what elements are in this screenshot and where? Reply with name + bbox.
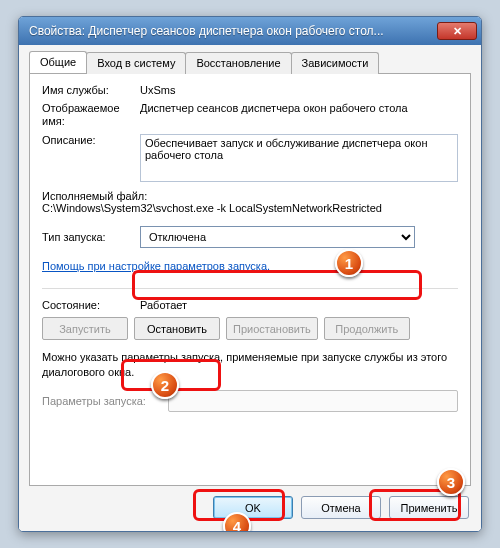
value-service-name: UxSms [140,84,458,96]
start-button: Запустить [42,317,128,340]
tab-logon[interactable]: Вход в систему [86,52,186,74]
help-link[interactable]: Помощь при настройке параметров запуска. [42,260,270,272]
tab-general[interactable]: Общие [29,51,87,73]
close-button[interactable]: ✕ [437,22,477,40]
close-icon: ✕ [453,25,462,38]
service-control-buttons: Запустить Остановить Приостановить Продо… [42,317,458,340]
description-textarea[interactable] [140,134,458,182]
resume-button: Продолжить [324,317,410,340]
label-exe-path: Исполняемый файл: [42,190,458,202]
tabpage-general: Имя службы: UxSms Отображаемое имя: Дисп… [29,73,471,486]
titlebar[interactable]: Свойства: Диспетчер сеансов диспетчера о… [19,17,481,45]
value-status: Работает [140,299,458,311]
tab-recovery[interactable]: Восстановление [185,52,291,74]
label-service-name: Имя службы: [42,84,140,96]
stop-button[interactable]: Остановить [134,317,220,340]
pause-button: Приостановить [226,317,318,340]
client-area: Общие Вход в систему Восстановление Зави… [19,45,481,486]
label-startup-type: Тип запуска: [42,231,140,243]
label-status: Состояние: [42,299,140,311]
annotation-ring-1 [132,270,422,300]
label-start-params: Параметры запуска: [42,395,168,407]
label-description: Описание: [42,134,140,146]
ok-button[interactable]: OK [213,496,293,519]
value-display-name: Диспетчер сеансов диспетчера окон рабоче… [140,102,458,114]
tabstrip: Общие Вход в систему Восстановление Зави… [29,51,471,73]
apply-button[interactable]: Применить [389,496,469,519]
properties-dialog: Свойства: Диспетчер сеансов диспетчера о… [18,16,482,532]
start-params-input [168,390,458,412]
startup-type-select[interactable]: Отключена [140,226,415,248]
note-text: Можно указать параметры запуска, применя… [42,350,458,380]
dialog-buttons: OK Отмена Применить 3 4 [19,486,481,531]
exe-path-block: Исполняемый файл: C:\Windows\System32\sv… [42,190,458,214]
window-title: Свойства: Диспетчер сеансов диспетчера о… [29,24,437,38]
separator [42,288,458,289]
label-display-name: Отображаемое имя: [42,102,140,128]
cancel-button[interactable]: Отмена [301,496,381,519]
tab-dependencies[interactable]: Зависимости [291,52,380,74]
value-exe-path: C:\Windows\System32\svchost.exe -k Local… [42,202,458,214]
